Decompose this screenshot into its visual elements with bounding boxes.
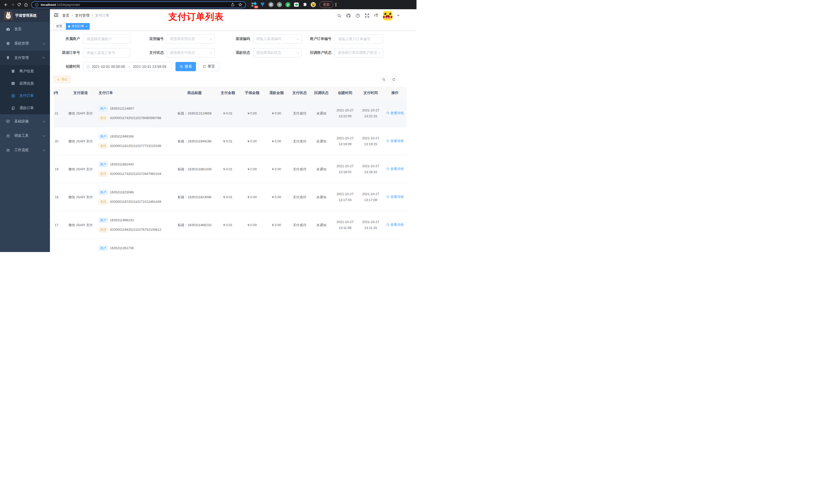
merchant-tag: 商户 (99, 134, 108, 139)
grid-icon (10, 81, 16, 86)
extension-chat-icon[interactable] (294, 2, 299, 7)
site-info-icon[interactable] (35, 3, 39, 7)
breadcrumb-payment[interactable]: 支付管理 (75, 13, 89, 18)
url-host: localhost (41, 3, 56, 7)
merchant-order-no: 1635311351736 (110, 245, 134, 251)
sidebar-item-system[interactable]: 系统管理 (0, 37, 50, 51)
pay-order-no: 4200001167202110271022491439 (110, 199, 161, 205)
app-select[interactable]: 请选择应用信息 (167, 34, 215, 44)
breadcrumb-current: 支付订单 (95, 13, 110, 18)
pay-order-cell: 商户1635311881440支付42000011732021102728479… (97, 155, 173, 183)
home-icon[interactable] (23, 1, 29, 8)
bookmark-star-icon[interactable] (238, 3, 242, 7)
channel-order-no-input[interactable] (86, 50, 127, 55)
avatar[interactable] (383, 11, 392, 21)
sidebar-fold-icon[interactable] (50, 13, 62, 19)
channel-code-select[interactable]: 请输入渠道编码 (253, 34, 302, 44)
help-icon[interactable] (356, 13, 360, 18)
pay-order-cell: 商户1635312124657支付42000011742021102780605… (97, 99, 173, 127)
extension-puzzle-icon[interactable] (302, 2, 307, 7)
merchant-order-no-field[interactable] (335, 34, 383, 44)
font-size-icon[interactable]: TT (374, 13, 378, 18)
table-row[interactable]: 18微信 JSAPI 支付商户1635311823086支付4200001167… (54, 183, 406, 211)
merchant-order-no: 1635311949168 (110, 134, 134, 139)
address-bar[interactable]: localhost:1024/pay/order (31, 1, 246, 8)
extension-y-icon[interactable]: y (285, 2, 290, 7)
sidebar-item-app-info[interactable]: 应用信息 (0, 77, 50, 90)
yen-icon: ¥ (5, 55, 11, 61)
sidebar-item-label: 商户信息 (20, 69, 34, 73)
table-row[interactable]: 21微信 JSAPI 支付商户1635312124657支付4200001174… (54, 99, 406, 127)
sidebar-item-payment[interactable]: ¥ 支付管理 (0, 51, 50, 65)
view-detail-link[interactable]: 查看详情 (386, 222, 404, 228)
page-content: 所属商户 应用编号 请选择应用信息 渠道编码 请输入渠道编码 商户订单编号 (50, 31, 416, 252)
sidebar-item-merchant-info[interactable]: 商户信息 (0, 65, 50, 77)
avatar-caret-icon[interactable] (397, 15, 400, 16)
merchant-order-no-input[interactable] (338, 37, 380, 41)
reset-button[interactable]: 重置 (198, 62, 219, 71)
page-title-annotation: 支付订单列表 (168, 11, 223, 23)
tag-pay-order[interactable]: 支付订单 × (66, 23, 90, 30)
chevron-up-icon (42, 57, 45, 60)
extensions-row: 10 ⌘ y (252, 2, 316, 7)
github-icon[interactable] (346, 13, 351, 18)
extension-emoji-icon[interactable] (311, 2, 316, 7)
sidebar-item-refund-order[interactable]: 退款订单 (0, 102, 50, 114)
table-row[interactable]: 19微信 JSAPI 支付商户1635311881440支付4200001173… (54, 155, 406, 183)
view-detail-link[interactable]: 查看详情 (386, 194, 404, 200)
forward-icon[interactable] (9, 1, 16, 8)
sidebar-item-workflow[interactable]: 工作流程 (0, 143, 50, 157)
table-row[interactable]: 商户1635311351736 (54, 239, 406, 252)
breadcrumb-home[interactable]: 首页 (62, 13, 69, 18)
created-time-cell: 2021-10-27 13:19:09 (332, 127, 358, 155)
sidebar-logo[interactable]: 芋道管理系统 (0, 9, 50, 22)
back-icon[interactable] (3, 1, 9, 8)
pay-status-select[interactable]: 请选择支付状态 (167, 48, 215, 57)
filter-row-2: 渠道订单号 支付状态 请选择支付状态 退款状态 请选择退款状态 回调商户状态 请… (54, 48, 413, 57)
sidebar-item-infrastructure[interactable]: 基础设施 (0, 114, 50, 128)
filter-label: 支付状态 (140, 50, 167, 55)
browser-menu-icon[interactable]: ••• (335, 3, 337, 7)
channel-order-no-field[interactable] (83, 48, 130, 57)
sidebar-item-pay-order[interactable]: 支付订单 (0, 90, 50, 102)
view-detail-link[interactable]: 查看详情 (386, 138, 404, 144)
sidebar-item-devtools[interactable]: 研发工具 (0, 128, 50, 143)
toggle-search-button[interactable] (380, 76, 387, 83)
tag-home[interactable]: 首页 (54, 23, 65, 30)
reload-icon[interactable] (16, 1, 23, 8)
fullscreen-icon[interactable] (365, 13, 370, 18)
column-header: 编号 (54, 87, 65, 99)
extension-tabs-icon[interactable]: 10 (252, 2, 257, 7)
browser-update-button[interactable]: 更新 (319, 1, 333, 8)
search-button[interactable]: 搜索 (175, 62, 196, 71)
chevron-down-icon (43, 120, 46, 122)
table-row[interactable]: 17微信 JSAPI 支付商户1635311468233支付4200001194… (54, 211, 406, 239)
goods-title: 标题：1635312124656 (177, 112, 212, 115)
fee-amount-cell: ¥ 0.00 (240, 99, 264, 127)
sidebar-item-label: 应用信息 (20, 81, 34, 86)
extension-record-icon[interactable] (277, 2, 282, 7)
pay-channel-cell: 微信 JSAPI 支付 (65, 155, 97, 183)
pay-order-cell: 商户1635311468233支付42000011942021102767521… (97, 211, 173, 239)
view-detail-link[interactable]: 查看详情 (386, 166, 404, 172)
share-icon[interactable] (231, 3, 235, 7)
view-detail-link[interactable]: 查看详情 (386, 110, 404, 116)
refund-status-select[interactable]: 请选择退款状态 (253, 48, 302, 57)
extension-gem-icon[interactable] (260, 2, 265, 7)
merchant-input[interactable] (86, 37, 127, 41)
refund-amount-cell: ¥ 0.00 (264, 99, 289, 127)
date-range-picker[interactable]: 2021-10-01 00:00:00 - 2021-10-31 23:59:5… (83, 62, 171, 71)
pay-tag: 支付 (99, 227, 108, 233)
notify-status-select[interactable]: 请选择订单回调商户状态 (335, 48, 383, 57)
search-icon[interactable] (337, 14, 341, 18)
close-icon[interactable]: × (86, 25, 87, 28)
export-button[interactable]: 导出 (54, 76, 70, 83)
notify-status-cell: 未通知 (310, 155, 332, 183)
sidebar-item-label: 首页 (14, 27, 22, 31)
table-row[interactable]: 20微信 JSAPI 支付商户1635311949168支付4200001181… (54, 127, 406, 155)
merchant-select[interactable] (83, 34, 130, 44)
extension-command-icon[interactable]: ⌘ (268, 2, 273, 7)
column-header: 商品标题 (173, 87, 216, 99)
sidebar-item-home[interactable]: 首页 (0, 22, 50, 37)
refresh-button[interactable] (390, 76, 397, 83)
